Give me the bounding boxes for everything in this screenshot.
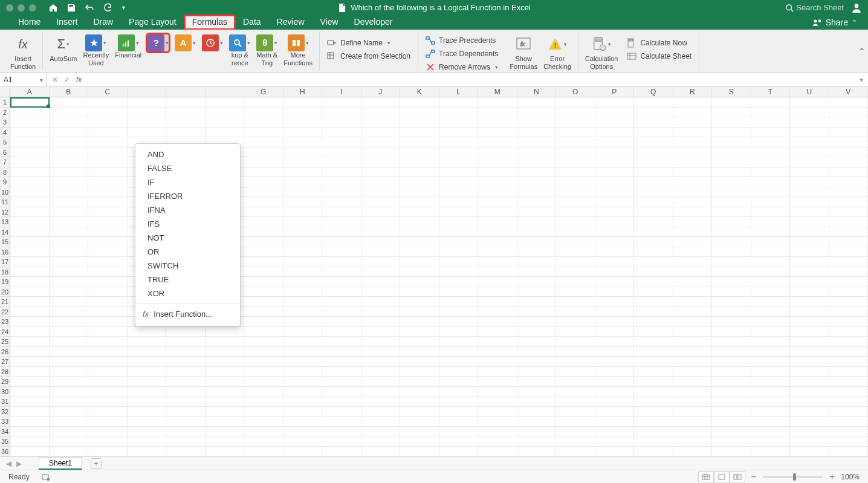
column-header[interactable]: T [751, 87, 791, 97]
cell[interactable] [10, 277, 50, 287]
cell[interactable] [322, 307, 361, 317]
cell[interactable] [283, 267, 323, 277]
cell[interactable] [478, 97, 517, 108]
cell[interactable] [283, 217, 323, 227]
cell[interactable] [595, 187, 635, 198]
select-all-corner[interactable] [0, 87, 10, 97]
cell[interactable] [10, 147, 50, 158]
cell[interactable] [556, 297, 595, 307]
cell[interactable] [88, 417, 128, 427]
cell[interactable] [50, 307, 89, 317]
cell[interactable] [556, 97, 595, 108]
cell[interactable] [244, 97, 283, 108]
cell[interactable] [206, 347, 245, 357]
column-header[interactable]: V [829, 87, 869, 97]
cell[interactable] [556, 267, 595, 277]
cell[interactable] [829, 267, 869, 277]
cell[interactable] [244, 177, 283, 187]
cell[interactable] [88, 317, 128, 327]
cell[interactable] [50, 357, 89, 367]
cell[interactable] [439, 307, 479, 317]
datetime-button[interactable]: ▾ [199, 33, 226, 53]
cell[interactable] [556, 147, 595, 158]
name-box[interactable]: A1 ▾ [0, 73, 47, 86]
cell[interactable] [751, 117, 791, 128]
cell[interactable] [595, 397, 635, 407]
cell[interactable] [478, 137, 517, 147]
column-header[interactable]: N [517, 87, 557, 97]
user-icon[interactable] [851, 2, 862, 13]
cell[interactable] [712, 247, 751, 258]
cell[interactable] [400, 377, 439, 387]
cell[interactable] [829, 427, 869, 437]
cell[interactable] [166, 117, 206, 128]
cell[interactable] [361, 117, 401, 128]
cell[interactable] [478, 357, 517, 367]
cell[interactable] [50, 377, 89, 387]
cell[interactable] [595, 217, 635, 227]
cell[interactable] [634, 267, 673, 277]
cell[interactable] [634, 247, 673, 258]
cell[interactable] [439, 397, 479, 407]
cell[interactable] [556, 157, 595, 167]
cell[interactable] [673, 417, 713, 427]
cell[interactable] [790, 436, 829, 447]
cell[interactable] [829, 108, 869, 118]
cell[interactable] [634, 167, 673, 178]
cell[interactable] [283, 297, 323, 307]
cell[interactable] [517, 167, 557, 178]
cell[interactable] [439, 347, 479, 357]
cell[interactable] [673, 277, 713, 287]
zoom-in-button[interactable]: + [829, 472, 835, 482]
cell[interactable] [595, 357, 635, 367]
cell[interactable] [712, 347, 751, 357]
cell[interactable] [478, 327, 517, 337]
cell[interactable] [206, 377, 245, 387]
cell[interactable] [244, 157, 283, 167]
cell[interactable] [10, 207, 50, 218]
cell[interactable] [517, 257, 557, 267]
cell[interactable] [517, 267, 557, 277]
cell[interactable] [478, 427, 517, 437]
cell[interactable] [439, 128, 479, 138]
cell[interactable] [206, 387, 245, 397]
cell[interactable] [634, 108, 673, 118]
cell[interactable] [478, 237, 517, 247]
row-header[interactable]: 33 [0, 417, 10, 427]
row-header[interactable]: 19 [0, 277, 10, 287]
cell[interactable] [634, 137, 673, 147]
cell[interactable] [50, 417, 89, 427]
cell[interactable] [634, 187, 673, 198]
cell[interactable] [322, 377, 361, 387]
cell[interactable] [283, 157, 323, 167]
cell[interactable] [712, 417, 751, 427]
trace-precedents-button[interactable]: Trace Precedents [422, 34, 502, 47]
cell[interactable] [634, 97, 673, 108]
cell[interactable] [517, 217, 557, 227]
create-selection-button[interactable]: Create from Selection [323, 50, 414, 62]
cell[interactable] [712, 397, 751, 407]
cell[interactable] [595, 108, 635, 118]
cell[interactable] [751, 177, 791, 187]
cell[interactable] [128, 367, 167, 377]
cell[interactable] [829, 357, 869, 367]
cell[interactable] [478, 337, 517, 347]
cell[interactable] [88, 128, 128, 138]
cell[interactable] [361, 157, 401, 167]
cell[interactable] [478, 227, 517, 238]
cell[interactable] [88, 347, 128, 357]
cell[interactable] [283, 337, 323, 347]
cell[interactable] [790, 377, 829, 387]
cell[interactable] [673, 447, 713, 457]
cell[interactable] [478, 407, 517, 417]
row-header[interactable]: 21 [0, 297, 10, 307]
cell[interactable] [478, 117, 517, 128]
insert-function-button[interactable]: fx Insert Function [7, 33, 39, 71]
cell[interactable] [50, 347, 89, 357]
math-trig-button[interactable]: θ▾ Math & Trig [253, 33, 280, 68]
cell[interactable] [400, 287, 439, 297]
cell[interactable] [751, 267, 791, 277]
zoom-out-button[interactable]: − [751, 472, 757, 482]
cell[interactable] [244, 187, 283, 198]
cell[interactable] [244, 397, 283, 407]
